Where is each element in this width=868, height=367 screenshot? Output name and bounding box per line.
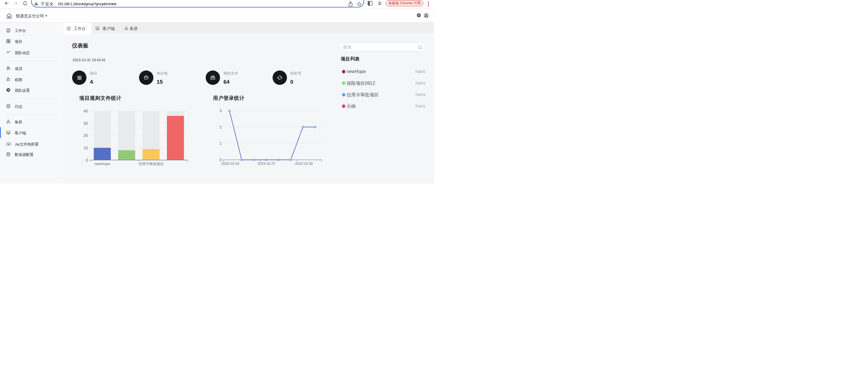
svg-text:20: 20	[83, 133, 88, 138]
svg-text:3: 3	[219, 108, 222, 113]
svg-text:2: 2	[219, 125, 222, 130]
svg-text:信用卡审批项目: 信用卡审批项目	[138, 162, 164, 166]
svg-text:1: 1	[219, 141, 222, 145]
svg-text:newHope: newHope	[94, 162, 110, 166]
svg-text:30: 30	[83, 121, 88, 126]
svg-text:2023-10-24: 2023-10-24	[221, 162, 239, 166]
svg-text:10: 10	[83, 145, 88, 150]
svg-text:0: 0	[86, 158, 88, 162]
svg-text:2023-10-30: 2023-10-30	[295, 162, 313, 166]
svg-text:40: 40	[83, 109, 88, 113]
svg-text:2023-10-27: 2023-10-27	[258, 162, 275, 166]
